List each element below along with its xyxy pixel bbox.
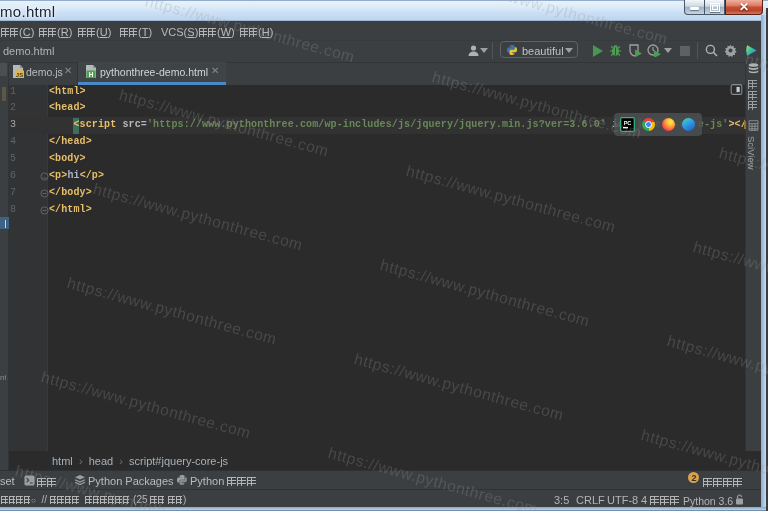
svg-text:H: H (89, 71, 94, 78)
svg-text:JS: JS (16, 72, 23, 78)
